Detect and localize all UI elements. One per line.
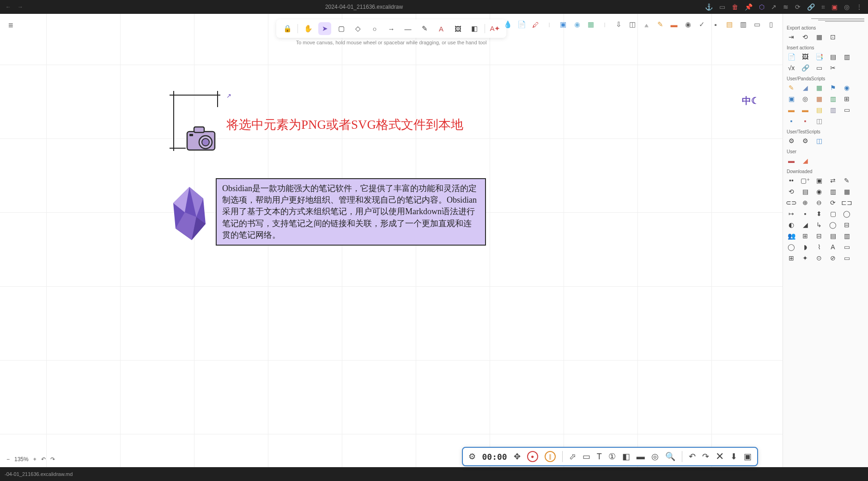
rec-copy-icon[interactable]: ▣ [744, 451, 752, 462]
u-2-icon[interactable]: ◢ [801, 156, 810, 165]
more-icon[interactable]: ⋮ [856, 3, 862, 11]
ps-3-icon[interactable]: ▦ [814, 83, 824, 92]
d-12-icon[interactable]: ⊕ [801, 198, 810, 207]
d-27-icon[interactable]: ⊞ [801, 231, 810, 240]
target-icon[interactable]: ◎ [844, 3, 850, 11]
export-4-icon[interactable]: ⊡ [828, 32, 838, 42]
insert-8-icon[interactable]: ▭ [814, 63, 824, 72]
rec-settings-icon[interactable]: ⚙ [468, 451, 476, 462]
s2-icon[interactable]: ⟁ [641, 19, 651, 30]
d-36-icon[interactable]: ⊞ [787, 253, 796, 263]
d-21-icon[interactable]: ◐ [787, 220, 796, 229]
d-34-icon[interactable]: A [828, 242, 838, 252]
ps-16-icon[interactable]: ▪ [787, 116, 796, 126]
d-1-icon[interactable]: •• [787, 176, 796, 185]
ps-9-icon[interactable]: ▥ [828, 94, 838, 103]
hand-tool-icon[interactable]: ✋ [302, 22, 315, 35]
line-tool-icon[interactable]: — [401, 22, 414, 35]
d-19-icon[interactable]: ▢ [828, 209, 838, 218]
external-link-icon[interactable]: ↗ [226, 92, 231, 99]
app1-icon[interactable]: ▣ [558, 19, 568, 30]
arrow-out-icon[interactable]: ↗ [771, 3, 777, 11]
d-35-icon[interactable]: ▭ [842, 242, 851, 252]
s8-icon[interactable]: ▥ [738, 19, 748, 30]
grid-icon[interactable]: ⌗ [821, 3, 825, 11]
pin-icon[interactable]: 📌 [745, 3, 753, 11]
undo-button[interactable]: ↶ [41, 456, 46, 463]
trash-icon[interactable]: 🗑 [732, 3, 738, 11]
rec-num-icon[interactable]: ① [608, 451, 616, 462]
d-33-icon[interactable]: ⌇ [814, 242, 824, 252]
d-16-icon[interactable]: ↦ [787, 209, 796, 218]
rec-zoom-icon[interactable]: 🔍 [665, 451, 675, 462]
ps-8-icon[interactable]: ▦ [814, 94, 824, 103]
d-29-icon[interactable]: ▤ [828, 231, 838, 240]
rec-erase-icon[interactable]: ◧ [622, 451, 630, 462]
d-37-icon[interactable]: ✦ [801, 253, 810, 263]
rec-record-button[interactable]: ● [527, 451, 538, 462]
d-18-icon[interactable]: ⬍ [814, 209, 824, 218]
s10-icon[interactable]: ▯ [766, 19, 776, 30]
s5-icon[interactable]: ◉ [683, 19, 693, 30]
d-25-icon[interactable]: ⊟ [842, 220, 851, 229]
app2-icon[interactable]: ◉ [572, 19, 582, 30]
ps-15-icon[interactable]: ▭ [842, 105, 851, 114]
app3-icon[interactable]: ▦ [586, 19, 596, 30]
rec-cursor-icon[interactable]: ⬀ [569, 451, 576, 462]
canvas[interactable]: ≡ 🔒 ✋ ➤ ▢ ◇ ○ → — ✎ A 🖼 ◧ A✦ To move can… [0, 14, 783, 467]
s9-icon[interactable]: ▭ [752, 19, 762, 30]
ps-17-icon[interactable]: ▪ [801, 116, 810, 126]
s1-icon[interactable]: ◫ [627, 19, 637, 30]
d-31-icon[interactable]: ◯ [787, 242, 796, 252]
rec-pause-button[interactable]: ‖ [545, 451, 556, 462]
insert-3-icon[interactable]: 📑 [814, 52, 824, 61]
ps-7-icon[interactable]: ◎ [801, 94, 810, 103]
s3-icon[interactable]: ✎ [655, 19, 665, 30]
ps-10-icon[interactable]: ⊞ [842, 94, 851, 103]
d-15-icon[interactable]: ⊏⊐ [842, 198, 851, 207]
d-10-icon[interactable]: ▦ [842, 187, 851, 196]
insert-4-icon[interactable]: ▤ [828, 52, 838, 61]
d-4-icon[interactable]: ⇄ [828, 176, 838, 185]
link-icon[interactable]: 🔗 [807, 3, 815, 11]
ps-6-icon[interactable]: ▣ [787, 94, 796, 103]
ps-2-icon[interactable]: ◢ [801, 83, 810, 92]
ps-14-icon[interactable]: ▥ [828, 105, 838, 114]
d-40-icon[interactable]: ▭ [842, 253, 851, 263]
rec-spot-icon[interactable]: ◎ [651, 451, 659, 462]
select-tool-icon[interactable]: ➤ [318, 22, 331, 35]
zoom-level[interactable]: 135% [14, 456, 29, 463]
insert-5-icon[interactable]: ▥ [842, 52, 851, 61]
d-2-icon[interactable]: ▢⁺ [801, 176, 810, 185]
insert-7-icon[interactable]: 🔗 [801, 63, 810, 72]
d-7-icon[interactable]: ▤ [801, 187, 810, 196]
insert-1-icon[interactable]: 📄 [787, 52, 796, 61]
d-38-icon[interactable]: ⊙ [814, 253, 824, 263]
canvas-text-box[interactable]: Obsidian是一款功能强大的笔记软件，它提供了丰富的功能和灵活的定制选项，帮… [216, 178, 486, 246]
rec-region-icon[interactable]: ▭ [583, 451, 590, 462]
arrow-tool-icon[interactable]: → [385, 22, 398, 35]
d-23-icon[interactable]: ↳ [814, 220, 824, 229]
d-14-icon[interactable]: ⟳ [828, 198, 838, 207]
ps-12-icon[interactable]: ▬ [801, 105, 810, 114]
d-28-icon[interactable]: ⊟ [814, 231, 824, 240]
d-20-icon[interactable]: ◯ [842, 209, 851, 218]
s6-icon[interactable]: ▪ [710, 19, 721, 30]
d-5-icon[interactable]: ✎ [842, 176, 851, 185]
ts-1-icon[interactable]: ⚙ [787, 136, 796, 145]
insert-6-icon[interactable]: √x [787, 63, 796, 72]
ps-5-icon[interactable]: ◉ [842, 83, 851, 92]
draw-tool-icon[interactable]: ✎ [418, 22, 431, 35]
redo-button[interactable]: ↷ [50, 456, 55, 463]
zoom-out-button[interactable]: − [6, 456, 10, 463]
nav-back-icon[interactable]: ← [6, 4, 11, 10]
layers-icon[interactable]: ≋ [783, 3, 789, 11]
export-3-icon[interactable]: ▦ [814, 32, 824, 42]
hex-icon[interactable]: ⬡ [759, 3, 765, 11]
d-17-icon[interactable]: ▪ [801, 209, 810, 218]
ps-1-icon[interactable]: ✎ [787, 83, 796, 92]
warn-icon[interactable]: ▣ [832, 3, 838, 11]
d-11-icon[interactable]: ⊂⊃ [787, 198, 796, 207]
d-39-icon[interactable]: ⊘ [828, 253, 838, 263]
d-30-icon[interactable]: ▥ [842, 231, 851, 240]
